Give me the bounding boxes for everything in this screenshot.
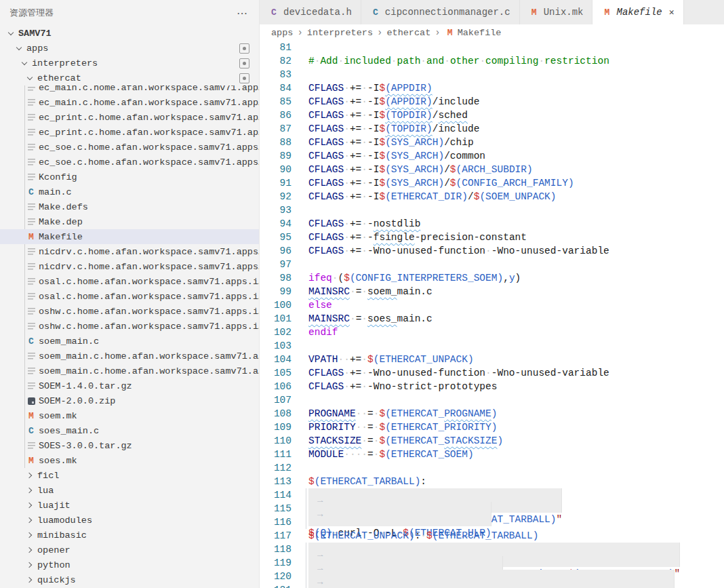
code-line[interactable]: 92CFLAGS·+=·-I$(ETHERCAT_DIR)/$(SOEM_UNP… xyxy=(260,190,724,203)
token: ) xyxy=(515,273,521,283)
code-line[interactable]: 117$(ETHERCAT_UNPACK):·$(ETHERCAT_TARBAL… xyxy=(260,529,724,543)
code-line[interactable]: 85CFLAGS·+=·-I$(APPDIR)/include xyxy=(260,95,724,109)
code-line[interactable]: 89CFLAGS·+=·-I$(SYS_ARCH)/common xyxy=(260,149,724,163)
code-line[interactable]: 99MAINSRC·=·soem_main.c xyxy=(260,285,724,298)
close-icon[interactable]: ✕ xyxy=(669,7,675,18)
tree-item-oshw.c.home.afan.workspace.sam[interactable]: oshw.c.home.afan.workspace.samv71.apps.i… xyxy=(0,319,259,334)
code-line[interactable]: 107 xyxy=(260,393,724,407)
tree-item-ec_soe.c.home.afan.workspace.s[interactable]: ec_soe.c.home.afan.workspace.samv71.apps… xyxy=(0,140,259,155)
tree-item-Makefile[interactable]: MMakefile xyxy=(0,229,259,244)
code-line[interactable]: 120→ $(Q)·mv·$(ETHERCAT_PACKNM)-$(ETHERC… xyxy=(260,570,724,583)
code-line[interactable]: 96CFLAGS·+=·-Wno-unused-function·-Wno-un… xyxy=(260,244,724,258)
code-line[interactable]: 116 xyxy=(260,515,724,529)
tree-item-SOEM-1.4.0.tar.gz[interactable]: SOEM-1.4.0.tar.gz xyxy=(0,378,259,393)
tab-Makefile[interactable]: MMakefile✕ xyxy=(592,0,683,24)
tree-folder-label: python xyxy=(37,560,71,570)
code-line[interactable]: 101MAINSRC·=·soes_main.c xyxy=(260,312,724,326)
tree-folder-ficl[interactable]: ficl xyxy=(0,468,259,483)
whitespace-dot: · xyxy=(344,151,350,161)
tree-item-soem_main.c.home.afan.workspac[interactable]: soem_main.c.home.afan.workspace.samv71.a… xyxy=(0,349,259,364)
code-line[interactable]: 97 xyxy=(260,258,724,271)
code-line[interactable]: 100else xyxy=(260,298,724,312)
code-line[interactable]: 105CFLAGS·+=·-Wno-unused-function·-Wno-u… xyxy=(260,366,724,380)
more-actions-icon[interactable]: ⋯ xyxy=(237,7,248,20)
tree-folder-lua[interactable]: lua xyxy=(0,483,259,498)
code-line[interactable]: 113$(ETHERCAT_TARBALL): xyxy=(260,475,724,488)
chevron-down-icon xyxy=(5,28,16,39)
code-line[interactable]: 81 xyxy=(260,41,724,54)
code-line[interactable]: 111MODULE····=·$(ETHERCAT_SOEM) xyxy=(260,448,724,461)
chevron-right-icon xyxy=(24,530,35,541)
breadcrumb-item-Makefile[interactable]: MMakefile xyxy=(445,27,502,38)
tree-item-ec_main.c.home.afan.workspace.[interactable]: ec_main.c.home.afan.workspace.samv71.app… xyxy=(0,95,259,110)
tree-item-nicdrv.c.home.afan.workspace.s[interactable]: nicdrv.c.home.afan.workspace.samv71.apps… xyxy=(0,244,259,259)
code-line[interactable]: 118→ $(Q)·echo·"Unpacking·$(ETHERCAT_TAR… xyxy=(260,543,724,556)
code-line[interactable]: 84CFLAGS·+=·-I$(APPDIR) xyxy=(260,81,724,95)
code-line[interactable]: 88CFLAGS·+=·-I$(SYS_ARCH)/chip xyxy=(260,136,724,149)
tree-folder-quickjs[interactable]: quickjs xyxy=(0,572,259,587)
code-line[interactable]: 91CFLAGS·+=·-I$(SYS_ARCH)/$(CONFIG_ARCH_… xyxy=(260,176,724,190)
code-line[interactable]: 98ifeq·($(CONFIG_INTERPRETERS_SOEM),y) xyxy=(260,271,724,285)
tree-folder-SAMV71[interactable]: SAMV71 xyxy=(0,26,259,41)
tree-item-ec_print.c.home.afan.workspace[interactable]: ec_print.c.home.afan.workspace.samv71.ap… xyxy=(0,110,259,125)
tree-item-ec_print.c.home.afan.workspace[interactable]: ec_print.c.home.afan.workspace.samv71.ap… xyxy=(0,125,259,140)
code-line[interactable]: 86CFLAGS·+=·-I$(TOPDIR)/sched xyxy=(260,109,724,122)
editor[interactable]: 8182#·Add·included·path·and·other·compil… xyxy=(260,41,724,588)
code-line[interactable]: 94CFLAGS·+=·-nostdlib xyxy=(260,217,724,231)
tree-item-soem.mk[interactable]: Msoem.mk xyxy=(0,408,259,423)
code-line[interactable]: 121 xyxy=(260,583,724,588)
tree-item-SOEM-2.0.0.zip[interactable]: SOEM-2.0.0.zip xyxy=(0,393,259,408)
tree-folder-interpreters[interactable]: interpreters xyxy=(0,56,259,71)
tree-item-Make.defs[interactable]: Make.defs xyxy=(0,199,259,214)
tree-item-oshw.c.home.afan.workspace.sam[interactable]: oshw.c.home.afan.workspace.samv71.apps.i… xyxy=(0,304,259,319)
code-line[interactable]: 87CFLAGS·+=·-I$(TOPDIR)/include xyxy=(260,122,724,136)
tree-folder-apps[interactable]: apps xyxy=(0,41,259,56)
code-line[interactable]: 112 xyxy=(260,461,724,475)
code-line[interactable]: 109PRIORITY··=·$(ETHERCAT_PRIORITY) xyxy=(260,420,724,434)
tree-folder-luajit[interactable]: luajit xyxy=(0,498,259,513)
tree-item-ec_soe.c.home.afan.workspace.s[interactable]: ec_soe.c.home.afan.workspace.samv71.apps… xyxy=(0,155,259,170)
tree-item-Kconfig[interactable]: Kconfig xyxy=(0,170,259,184)
tree-item-main.c[interactable]: Cmain.c xyxy=(0,184,259,199)
line-number: 113 xyxy=(260,475,291,488)
tab-Unix.mk[interactable]: MUnix.mk xyxy=(520,0,593,24)
breadcrumb-item-apps[interactable]: apps xyxy=(271,28,293,38)
tree-item-label: ec_soe.c.home.afan.workspace.samv71.apps… xyxy=(39,142,259,153)
code-line[interactable]: 110STACKSIZE·=·$(ETHERCAT_STACKSIZE) xyxy=(260,434,724,448)
tree-item-nicdrv.c.home.afan.workspace.s[interactable]: nicdrv.c.home.afan.workspace.samv71.apps… xyxy=(0,259,259,274)
code-line[interactable]: 114→ $(Q)·echo·"Downloading·$(ETHERCAT_T… xyxy=(260,488,724,502)
breadcrumb-item-ethercat[interactable]: ethercat xyxy=(386,28,430,38)
tree-item-SOES-3.0.0.tar.gz[interactable]: SOES-3.0.0.tar.gz xyxy=(0,438,259,453)
code-line[interactable]: 82#·Add·included·path·and·other·compilin… xyxy=(260,54,724,68)
tree-folder-python[interactable]: python xyxy=(0,557,259,572)
code-line[interactable]: 106CFLAGS·+=·-Wno-strict-prototypes xyxy=(260,380,724,393)
tree-folder-opener[interactable]: opener xyxy=(0,543,259,557)
code-line[interactable]: 115→ $(Q)·curl·-O·-L·$(ETHERCAT_ULR) xyxy=(260,502,724,515)
tree-item-label: soem_main.c.home.afan.workspace.samv71.a… xyxy=(39,366,259,376)
tree-folder-luamodules[interactable]: luamodules xyxy=(0,513,259,528)
tree-item-soes.mk[interactable]: Msoes.mk xyxy=(0,453,259,468)
code-line[interactable]: 103 xyxy=(260,339,724,353)
tab-cipconnectionmanager.c[interactable]: Ccipconnectionmanager.c xyxy=(361,0,520,24)
breadcrumb-item-interpreters[interactable]: interpreters xyxy=(307,28,373,38)
token: MAINSRC xyxy=(308,313,350,324)
tree-folder-minibasic[interactable]: minibasic xyxy=(0,528,259,543)
tree-item-soem_main.c[interactable]: Csoem_main.c xyxy=(0,334,259,349)
tab-devicedata.h[interactable]: Cdevicedata.h xyxy=(260,0,361,24)
tree-item-osal.c.home.afan.workspace.sam[interactable]: osal.c.home.afan.workspace.samv71.apps.i… xyxy=(0,274,259,289)
code-line[interactable]: 119→ $(Q)·tar·xzvf·$(ETHERCAT_TARBALL) xyxy=(260,556,724,570)
code-line[interactable]: 95CFLAGS·+=·-fsingle-precision-constant xyxy=(260,231,724,244)
tree-item-soem_main.c.home.afan.workspac[interactable]: soem_main.c.home.afan.workspace.samv71.a… xyxy=(0,364,259,378)
code-line[interactable]: 104VPATH··+=·$(ETHERCAT_UNPACK) xyxy=(260,353,724,366)
tree-item-Make.dep[interactable]: Make.dep xyxy=(0,214,259,229)
code-line[interactable]: 93 xyxy=(260,203,724,217)
code-line[interactable]: 108PROGNAME··=·$(ETHERCAT_PROGNAME) xyxy=(260,407,724,420)
code-line[interactable]: 83 xyxy=(260,68,724,81)
tree-item-soes_main.c[interactable]: Csoes_main.c xyxy=(0,423,259,438)
tree-item-osal.c.home.afan.workspace.sam[interactable]: osal.c.home.afan.workspace.samv71.apps.i… xyxy=(0,289,259,304)
code-line[interactable]: 102endif xyxy=(260,326,724,339)
tree-folder-ethercat[interactable]: ethercat xyxy=(0,71,259,85)
code-line[interactable]: 90CFLAGS·+=·-I$(SYS_ARCH)/$(ARCH_SUBDIR) xyxy=(260,163,724,176)
token: CFLAGS xyxy=(308,246,344,256)
tree-folder-label: quickjs xyxy=(37,575,76,585)
